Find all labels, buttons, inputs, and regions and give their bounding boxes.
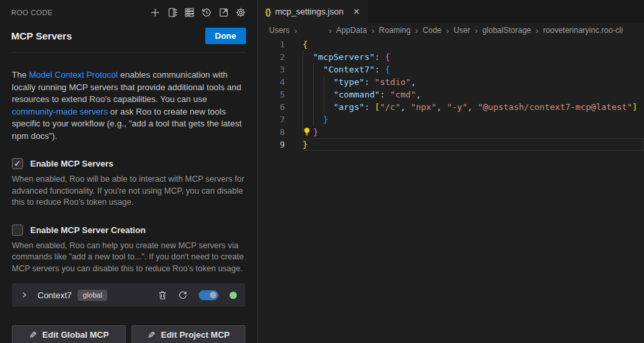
code-line[interactable]: 1{: [258, 38, 644, 51]
json-file-icon: {}: [265, 7, 270, 16]
mcp-servers-icon[interactable]: [184, 7, 195, 18]
close-tab-icon[interactable]: ×: [353, 7, 359, 17]
breadcrumb-item[interactable]: rooveterinaryinc.roo-cli: [543, 26, 623, 35]
line-number: 8: [258, 126, 303, 138]
chevron-right-icon: ›: [294, 26, 297, 36]
line-content: }: [303, 113, 644, 126]
history-icon[interactable]: [201, 7, 212, 18]
edit-global-mcp-label: Edit Global MCP: [42, 330, 109, 340]
server-status-dot: [230, 292, 237, 299]
restart-server-icon[interactable]: [178, 290, 187, 300]
line-number: 5: [258, 88, 303, 101]
extension-title: ROO CODE: [11, 9, 53, 16]
breadcrumb-item[interactable]: AppData: [336, 26, 367, 35]
breadcrumb-item[interactable]: Users: [269, 26, 289, 35]
line-content: }: [303, 138, 644, 151]
mcp-description-text: The Model Context Protocol enables commu…: [12, 69, 245, 142]
mcp-server-row-context7: Context7 global: [12, 283, 245, 307]
breadcrumb-item[interactable]: User: [453, 26, 470, 35]
code-line[interactable]: 8}: [258, 126, 644, 138]
line-content: "args": ["/c", "npx", "-y", "@upstash/co…: [303, 101, 644, 113]
code-line[interactable]: 6 "args": ["/c", "npx", "-y", "@upstash/…: [258, 101, 644, 113]
enable-mcp-creation-checkbox[interactable]: ✓: [12, 224, 23, 236]
line-content: "Context7": {: [303, 63, 644, 76]
code-line[interactable]: 9}: [258, 138, 644, 151]
chevron-right-icon: ›: [475, 26, 478, 36]
enable-mcp-servers-label: Enable MCP Servers: [30, 159, 113, 169]
line-content: "command": "cmd",: [303, 88, 644, 101]
breadcrumb-item[interactable]: Roaming: [379, 26, 410, 35]
open-in-editor-icon[interactable]: [218, 7, 229, 18]
chevron-right-icon: ›: [535, 26, 538, 36]
line-content: }: [303, 126, 644, 138]
line-content: {: [303, 38, 644, 51]
enable-mcp-creation-description: When enabled, Roo can help you create ne…: [12, 240, 245, 275]
enable-mcp-creation-setting: ✓ Enable MCP Server Creation When enable…: [12, 224, 245, 275]
code-line[interactable]: 2 "mcpServers": {: [258, 51, 644, 63]
line-number: 4: [258, 76, 303, 88]
tab-mcp-settings-json[interactable]: {} mcp_settings.json ×: [258, 0, 368, 23]
toggle-knob: [210, 292, 216, 298]
model-context-protocol-link[interactable]: Model Context Protocol: [29, 70, 118, 80]
prompts-notebook-icon[interactable]: [166, 7, 178, 18]
line-number: 9: [258, 138, 303, 151]
editor-tab-bar: {} mcp_settings.json ×: [258, 0, 644, 23]
line-number: 7: [258, 113, 303, 126]
delete-server-trash-icon[interactable]: [158, 290, 167, 300]
server-name: Context7: [37, 290, 72, 300]
code-line[interactable]: 3 "Context7": {: [258, 63, 644, 76]
enable-mcp-servers-checkbox[interactable]: ✓: [12, 158, 23, 169]
chevron-right-icon: ›: [372, 26, 374, 36]
code-line[interactable]: 7 }: [258, 113, 644, 126]
code-line[interactable]: 4 "type": "stdio",: [258, 76, 644, 88]
edit-project-mcp-button[interactable]: ✎ Edit Project MCP: [132, 325, 245, 343]
tab-title: mcp_settings.json: [275, 7, 343, 16]
line-number: 3: [258, 63, 303, 76]
server-enabled-toggle[interactable]: [199, 290, 218, 300]
line-number: 1: [258, 38, 303, 51]
indent-guide: [303, 51, 303, 138]
enable-mcp-servers-setting: ✓ Enable MCP Servers When enabled, Roo w…: [12, 158, 245, 209]
chevron-right-icon: ›: [446, 26, 449, 36]
line-number: 2: [258, 51, 303, 63]
line-content: "mcpServers": {: [303, 51, 644, 63]
community-made-servers-link[interactable]: community-made servers: [12, 107, 108, 117]
enable-mcp-creation-label: Enable MCP Server Creation: [30, 225, 145, 235]
line-number: 6: [258, 101, 303, 113]
edit-project-mcp-label: Edit Project MCP: [161, 330, 230, 340]
edit-global-mcp-button[interactable]: ✎ Edit Global MCP: [12, 325, 126, 343]
breadcrumb-item[interactable]: globalStorage: [482, 26, 531, 35]
roo-code-panel: ROO CODE: [0, 0, 258, 343]
chevron-right-icon: ›: [415, 26, 418, 36]
enable-mcp-servers-description: When enabled, Roo will be able to intera…: [12, 174, 245, 209]
panel-toolbar: [149, 7, 246, 18]
expand-chevron-icon[interactable]: [20, 291, 28, 299]
code-line[interactable]: 5 "command": "cmd",: [258, 88, 644, 101]
done-button[interactable]: Done: [205, 28, 247, 44]
scope-badge: global: [78, 290, 107, 301]
breadcrumb-item[interactable]: Code: [422, 26, 441, 35]
vscode-window: ROO CODE: [0, 0, 644, 343]
indent-guide: [313, 63, 314, 126]
breadcrumb: Users››AppData›Roaming›Code›User›globalS…: [258, 23, 644, 38]
chevron-right-icon: ›: [329, 26, 332, 36]
pencil-icon: ✎: [29, 330, 37, 340]
pencil-icon: ✎: [147, 330, 155, 340]
line-content: "type": "stdio",: [303, 76, 644, 88]
intro-text: The: [12, 70, 29, 80]
new-task-plus-icon[interactable]: [149, 7, 161, 18]
settings-gear-icon[interactable]: [235, 7, 246, 18]
page-title: MCP Servers: [11, 30, 72, 41]
editor-group: {} mcp_settings.json × Users››AppData›Ro…: [258, 0, 644, 343]
code-editor[interactable]: 1{2 "mcpServers": {3 "Context7": {4 "typ…: [258, 38, 644, 343]
indent-guide: [324, 76, 324, 113]
